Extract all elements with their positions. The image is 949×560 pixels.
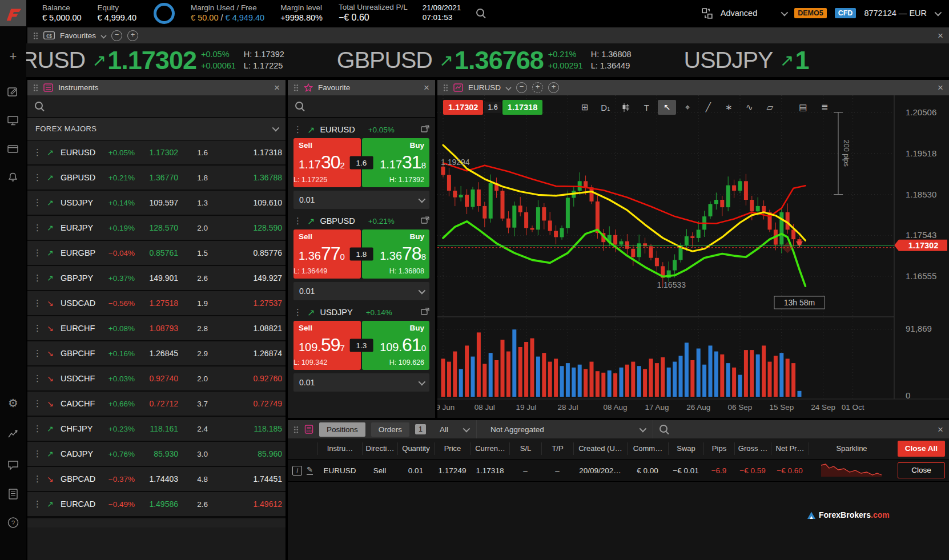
row-menu-icon[interactable]: ⋮ [33,474,47,484]
instrument-row[interactable]: ⋮↗CADJPY+0.76%85.9303.085.960 [27,442,285,467]
close-icon[interactable]: × [274,83,280,92]
close-icon[interactable]: × [424,83,429,92]
group-forex-majors[interactable]: FOREX MAJORS [27,118,285,140]
favourites-chevron-icon[interactable] [100,33,106,38]
ask-price[interactable]: 149.927 [208,273,282,283]
news-icon[interactable] [0,488,26,503]
platform-chevron-icon[interactable] [781,9,789,16]
drag-handle-icon[interactable] [293,84,299,91]
ticker-zoom-in-button[interactable]: + [127,30,138,41]
alerts-bell-icon[interactable] [0,171,26,187]
ask-price[interactable]: 109.610 [208,198,282,207]
format-painter-icon[interactable]: ▤ [794,100,812,115]
filter-all-dropdown[interactable]: All [432,420,477,438]
row-menu-icon[interactable]: ⋮ [33,172,47,183]
trendline-tool-icon[interactable]: ╱ [699,100,717,115]
ask-price[interactable]: 1.49612 [208,499,282,509]
instrument-row[interactable]: ⋮↗USDJPY+0.14%109.5971.3109.610 [27,191,285,216]
row-menu-icon[interactable]: ⋮ [33,223,47,233]
row-menu-icon[interactable]: ⋮ [33,499,47,509]
ask-price[interactable]: 1.74451 [208,474,282,484]
info-icon[interactable]: i [292,466,302,476]
instrument-row[interactable]: ⋮↗CHFJPY+0.23%118.1612.4118.185 [27,417,285,442]
bid-price[interactable]: 1.08793 [135,324,178,333]
row-menu-icon[interactable]: ⋮ [293,307,302,317]
instrument-row[interactable]: ⋮↘USDCAD−0.56%1.275181.91.27537 [27,291,285,316]
drag-handle-icon[interactable] [33,32,38,39]
bid-price[interactable]: 1.17302 [135,148,178,157]
close-position-button[interactable]: Close [898,462,945,478]
workspace-layout-icon[interactable] [702,8,713,19]
chart-follow-button[interactable]: + [532,82,543,93]
row-menu-icon[interactable]: ⋮ [33,298,47,308]
text-tool-icon[interactable]: T [637,100,656,115]
help-icon[interactable]: ? [0,516,26,531]
indicator-list-icon[interactable]: ≣ [815,100,834,115]
ticker-zoom-out-button[interactable]: − [111,30,122,41]
bid-price[interactable]: 1.36770 [135,173,178,182]
bid-price[interactable]: 85.930 [135,449,178,458]
bid-price[interactable]: 0.92740 [135,374,178,383]
ask-price[interactable]: 1.26874 [208,349,282,358]
drag-handle-icon[interactable] [33,84,38,91]
instrument-row[interactable]: ⋮↗GBPJPY+0.37%149.9012.6149.927 [27,266,285,291]
bid-price[interactable]: 1.26845 [135,349,178,358]
app-logo[interactable] [0,0,26,26]
chart-symbol-chevron-icon[interactable] [505,84,511,90]
cursor-tool-icon[interactable]: ↖ [658,100,676,115]
close-icon[interactable]: × [938,425,943,434]
tab-positions[interactable]: Positions [319,422,365,437]
wave-tool-icon[interactable]: ∿ [740,100,758,115]
open-chart-icon[interactable] [421,307,429,317]
ticker-item[interactable]: EURUSD↗1.17302+0.05%+0.00061H: 1.17392L:… [0,46,284,75]
shapes-tool-icon[interactable]: ▱ [761,100,779,115]
instrument-row[interactable]: ⋮↗GBPUSD+0.21%1.367701.81.36788 [27,166,285,191]
ask-price[interactable]: 1.17318 [208,148,282,157]
payments-icon[interactable] [0,143,26,158]
bid-price[interactable]: 1.27518 [135,299,178,308]
chart-symbol[interactable]: EURUSD [468,83,501,92]
row-menu-icon[interactable]: ⋮ [33,449,47,459]
fib-tool-icon[interactable]: ∗ [719,100,738,115]
ask-price[interactable]: 0.72749 [208,399,282,408]
ask-price[interactable]: 1.27537 [208,299,282,308]
chart-zoom-out-button[interactable]: − [516,82,527,93]
bid-price[interactable]: 128.570 [135,223,178,232]
account-chevron-icon[interactable] [935,9,942,16]
ask-price[interactable]: 128.590 [208,223,282,232]
tab-orders[interactable]: Orders [371,422,409,437]
row-menu-icon[interactable]: ⋮ [33,323,47,333]
favourites-title[interactable]: Favourites [60,31,96,40]
bid-price[interactable]: 109.597 [135,198,178,207]
amount-field[interactable]: 0.01 [293,282,429,300]
amount-field[interactable]: 0.01 [293,191,429,209]
edit-icon[interactable]: ✎ [307,466,313,474]
instrument-row[interactable]: ⋮↗EURGBP−0.04%0.857611.50.85776 [27,241,285,266]
bid-price[interactable]: 118.161 [135,424,178,433]
ask-price[interactable]: 0.92760 [208,374,282,383]
close-icon[interactable]: × [938,83,943,92]
row-menu-icon[interactable]: ⋮ [33,373,47,384]
ask-price[interactable]: 0.85776 [208,248,282,257]
instrument-row[interactable]: ⋮↗EURJPY+0.19%128.5702.0128.590 [27,216,285,241]
row-menu-icon[interactable]: ⋮ [33,398,47,409]
instrument-row[interactable]: ⋮↗EURCAD−0.49%1.495862.61.49612 [27,492,285,517]
favourite-search[interactable] [288,95,435,118]
chart-plot[interactable]: 1.205061.195181.185301.175431.165551.192… [437,95,949,418]
settings-gear-icon[interactable]: ⚙ [0,396,26,412]
row-menu-icon[interactable]: ⋮ [33,147,47,158]
screens-icon[interactable] [0,114,26,130]
timeframe-d1[interactable]: D1 [596,100,614,115]
row-menu-icon[interactable]: ⋮ [33,248,47,258]
chart-content[interactable]: 1.17302 1.6 1.17318 ⊞D1T↖⌖╱∗∿▱ ▤≣ 1.2050… [437,95,949,418]
chart-buy-button[interactable]: 1.17318 [502,100,542,115]
ticker-item[interactable]: USDJPY↗1 [684,46,809,75]
instrument-row[interactable]: ⋮↘GBPCAD−0.37%1.744034.81.74451 [27,467,285,492]
instrument-row[interactable]: ⋮↘USDCHF+0.03%0.927402.00.92760 [27,366,285,392]
ask-price[interactable]: 1.08821 [208,324,282,333]
open-chart-icon[interactable] [421,124,429,135]
add-chart-view-icon[interactable]: ⊞ [576,100,594,115]
instrument-row[interactable]: ⋮↘GBPCHF+0.16%1.268452.91.26874 [27,341,285,366]
row-menu-icon[interactable]: ⋮ [293,216,302,226]
bid-price[interactable]: 149.901 [135,273,178,283]
